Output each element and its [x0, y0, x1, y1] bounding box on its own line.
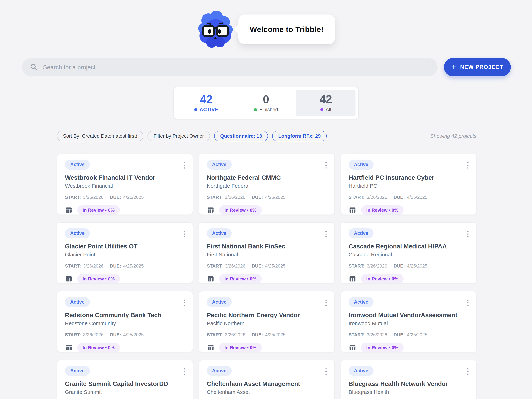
project-title: Cheltenham Asset Management: [207, 380, 327, 387]
project-card[interactable]: Active First National Bank FinSec First …: [199, 223, 335, 283]
active-label: ACTIVE: [200, 107, 218, 112]
kebab-dot: [184, 305, 185, 306]
sort-by-chip[interactable]: Sort By: Created Date (latest first): [57, 131, 143, 141]
kebab-menu-button[interactable]: [466, 367, 470, 377]
project-card[interactable]: Active Westbrook Financial IT Vendor Wes…: [57, 154, 193, 215]
kebab-dot: [325, 231, 327, 232]
project-card[interactable]: Active Cheltenham Asset Management Chelt…: [199, 360, 335, 399]
card-footer: In Review • 0%: [207, 205, 327, 215]
kebab-menu-button[interactable]: [324, 367, 329, 377]
finished-count: 0: [263, 94, 269, 105]
search-box[interactable]: [22, 58, 437, 76]
meta-spacer: [247, 194, 250, 200]
kebab-dot: [325, 305, 327, 306]
project-card[interactable]: Active Pacific Northern Energy Vendor Pa…: [199, 291, 335, 352]
kebab-menu-button[interactable]: [324, 160, 329, 170]
due-date: 4/25/2025: [123, 263, 144, 269]
project-card[interactable]: Active Bluegrass Health Network Vendor B…: [341, 360, 476, 399]
card-footer: In Review • 0%: [65, 205, 185, 215]
longform-rfx-chip[interactable]: Longform RFx: 29: [272, 131, 327, 141]
project-title: Cascade Regional Medical HIPAA: [348, 243, 469, 250]
due-label: DUE:: [252, 263, 263, 269]
finished-label: Finished: [259, 107, 278, 112]
kebab-dot: [184, 368, 185, 369]
stat-finished[interactable]: 0 Finished: [236, 90, 296, 116]
meta-spacer: [389, 263, 391, 269]
project-card[interactable]: Active Ironwood Mutual VendorAssessment …: [341, 291, 476, 352]
kebab-menu-button[interactable]: [466, 160, 470, 170]
project-card[interactable]: Active Glacier Point Utilities OT Glacie…: [57, 223, 193, 283]
status-badge: Active: [348, 160, 374, 170]
project-card[interactable]: Active Northgate Federal CMMC Northgate …: [199, 154, 335, 215]
search-row: + NEW PROJECT: [22, 58, 511, 76]
project-title: First National Bank FinSec: [207, 243, 327, 250]
kebab-dot: [325, 165, 327, 166]
kebab-menu-button[interactable]: [324, 229, 329, 239]
kebab-dot: [467, 374, 469, 375]
meta-spacer: [106, 263, 108, 269]
review-status-badge: In Review • 0%: [219, 274, 262, 283]
kebab-dot: [467, 371, 469, 372]
kebab-menu-button[interactable]: [466, 298, 470, 308]
kebab-menu-button[interactable]: [182, 367, 187, 377]
due-date: 4/25/2025: [265, 263, 286, 269]
stat-active[interactable]: 42 ACTIVE: [177, 90, 236, 116]
kebab-dot: [184, 231, 185, 232]
kebab-dot: [325, 371, 327, 372]
project-title: Northgate Federal CMMC: [207, 174, 327, 181]
table-icon: [348, 344, 356, 351]
start-date: 3/26/2026: [83, 194, 104, 200]
questionnaire-chip[interactable]: Questionnaire: 13: [214, 131, 268, 141]
start-label: START:: [348, 263, 365, 269]
status-badge: Active: [65, 160, 90, 170]
review-status-badge: In Review • 0%: [77, 343, 120, 352]
kebab-menu-button[interactable]: [182, 298, 187, 308]
kebab-menu-button[interactable]: [324, 298, 329, 308]
project-card[interactable]: Active Redstone Community Bank Tech Reds…: [57, 291, 193, 352]
kebab-dot: [184, 165, 185, 166]
start-label: START:: [207, 263, 223, 269]
project-title: Granite Summit Capital InvestorDD: [65, 380, 185, 387]
start-label: START:: [348, 194, 365, 200]
status-badge: Active: [348, 366, 374, 376]
project-card[interactable]: Active Granite Summit Capital InvestorDD…: [57, 360, 193, 399]
kebab-dot: [467, 368, 469, 369]
card-footer: In Review • 0%: [348, 343, 469, 352]
all-label: All: [326, 107, 331, 112]
filter-owner-chip[interactable]: Filter by Project Owner: [147, 131, 210, 141]
kebab-dot: [325, 368, 327, 369]
kebab-dot: [325, 236, 327, 237]
card-footer: In Review • 0%: [65, 343, 185, 352]
card-footer: In Review • 0%: [65, 274, 185, 283]
start-label: START:: [348, 332, 365, 337]
kebab-dot: [325, 299, 327, 301]
project-company: Hartfield PC: [348, 183, 469, 189]
kebab-menu-button[interactable]: [466, 229, 470, 239]
new-project-button[interactable]: + NEW PROJECT: [444, 58, 511, 76]
kebab-dot: [467, 233, 469, 235]
start-date: 3/26/2026: [83, 332, 104, 337]
stat-all[interactable]: 42 All: [296, 90, 355, 116]
project-card[interactable]: Active Hartfield PC Insurance Cyber Hart…: [341, 154, 476, 215]
kebab-dot: [325, 162, 327, 163]
kebab-dot: [184, 236, 185, 237]
plus-icon: +: [451, 63, 456, 71]
due-date: 4/25/2025: [265, 194, 286, 200]
new-project-label: NEW PROJECT: [460, 64, 503, 70]
finished-dot-icon: [254, 108, 257, 111]
card-footer: In Review • 0%: [207, 343, 327, 352]
status-badge: Active: [348, 297, 374, 307]
search-input[interactable]: [43, 64, 430, 71]
due-label: DUE:: [393, 194, 405, 200]
kebab-menu-button[interactable]: [182, 229, 187, 239]
project-grid: Active Westbrook Financial IT Vendor Wes…: [57, 154, 476, 399]
meta-spacer: [389, 332, 391, 337]
review-status-badge: In Review • 0%: [219, 343, 262, 352]
project-dates: START: 3/26/2026 DUE: 4/25/2025: [207, 263, 327, 269]
project-card[interactable]: Active Cascade Regional Medical HIPAA Ca…: [341, 223, 476, 283]
kebab-dot: [184, 302, 185, 303]
table-icon: [207, 206, 215, 214]
due-label: DUE:: [393, 263, 405, 269]
meta-spacer: [389, 194, 391, 200]
kebab-menu-button[interactable]: [182, 160, 187, 170]
